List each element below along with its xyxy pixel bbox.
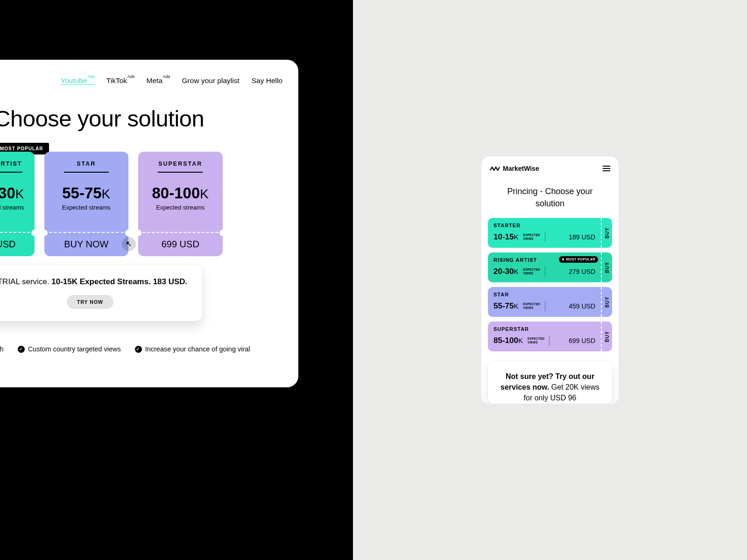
feature-text: Increase your chance of going viral	[145, 345, 250, 353]
nav-meta-label: Meta	[147, 77, 162, 84]
nav-youtube[interactable]: YoutubeAds	[61, 77, 94, 85]
plan-price: 279 USD	[569, 268, 595, 275]
plan-views: 55-75K	[493, 301, 519, 311]
plan-price: 699 USD	[138, 239, 223, 250]
buy-button[interactable]: BUY	[601, 218, 612, 248]
ads-sup: Ads	[163, 74, 170, 79]
buy-button[interactable]: BUY	[601, 287, 612, 317]
nav-meta[interactable]: MetaAds	[147, 77, 170, 85]
feature-text: Custom country targeted views	[28, 345, 121, 353]
try-now-button[interactable]: TRY NOW	[67, 295, 113, 309]
brand-logo[interactable]: MarketWise	[490, 165, 539, 172]
buy-button[interactable]: BUY	[601, 252, 612, 282]
expected-label: EXPECTEDVIEWS	[523, 233, 540, 240]
plan-price: 459 USD	[569, 302, 595, 310]
plan-views: 10-15K	[493, 232, 519, 242]
mobile-plan-card[interactable]: MOST POPULARRISING ARTIST20-30KEXPECTEDV…	[488, 252, 612, 282]
plan-name: SUPERSTAR	[493, 326, 595, 332]
plan-views: 55-75K	[44, 184, 129, 202]
expected-label: EXPECTEDVIEWS	[528, 337, 544, 343]
plan-name: STARTER	[493, 223, 595, 228]
cursor-icon	[122, 237, 136, 251]
trial-text: r TRIAL service. 10-15K Expected Streams…	[0, 277, 188, 287]
expected-label: EXPECTEDVIEWS	[523, 268, 540, 274]
plan-views: 85-100K	[493, 336, 523, 345]
feature-partial: owth	[0, 345, 4, 353]
main-nav: YoutubeAds TikTokAds MetaAds Grow your p…	[61, 77, 282, 85]
brand-name: MarketWise	[503, 165, 539, 172]
most-popular-pill: MOST POPULAR	[559, 256, 598, 263]
plan-name: SUPERSTAR	[138, 152, 223, 167]
plan-price: 699 USD	[569, 337, 595, 344]
mobile-plan-list: STARTER10-15KEXPECTEDVIEWS189 USDBUYMOST…	[481, 210, 619, 351]
nav-tiktok[interactable]: TikTokAds	[106, 77, 134, 85]
plan-views: 20-30K	[493, 267, 519, 276]
ads-sup: Ads	[127, 74, 135, 79]
check-icon	[135, 346, 142, 353]
page-title: Choose your solution	[0, 105, 204, 132]
feature-row: owth Custom country targeted views Incre…	[0, 345, 250, 353]
plan-sub: Expected streams	[138, 204, 223, 211]
nav-youtube-label: Youtube	[61, 77, 87, 84]
buy-button[interactable]: BUY	[601, 322, 612, 351]
mobile-title: Princing - Choose your solution	[481, 172, 619, 210]
mobile-plan-card[interactable]: STAR55-75KEXPECTEDVIEWS459 USDBUY	[488, 287, 612, 317]
plan-card-superstar[interactable]: SUPERSTAR 80-100K Expected streams 699 U…	[138, 152, 223, 256]
plan-views: 0-30K	[0, 184, 35, 202]
plan-views: 80-100K	[138, 184, 223, 202]
mobile-plan-card[interactable]: STARTER10-15KEXPECTEDVIEWS189 USDBUY	[488, 218, 612, 248]
ads-sup: Ads	[87, 74, 95, 79]
plan-cards-row: SING ARTIST 0-30K xpected streams 279 US…	[0, 152, 223, 256]
plan-price: 279 USD	[0, 239, 35, 250]
nav-grow[interactable]: Grow your playlist	[182, 77, 240, 85]
nav-tiktok-label: TikTok	[106, 77, 127, 84]
mobile-plan-card[interactable]: SUPERSTAR85-100KEXPECTEDVIEWS699 USDBUY	[488, 322, 612, 351]
desktop-pricing-window: YoutubeAds TikTokAds MetaAds Grow your p…	[0, 60, 298, 387]
plan-sub: xpected streams	[0, 204, 35, 211]
expected-label: EXPECTEDVIEWS	[523, 302, 540, 309]
logo-icon	[490, 166, 500, 171]
plan-name: STAR	[44, 152, 129, 167]
check-icon	[18, 346, 25, 353]
plan-sub: Expected streams	[44, 204, 129, 211]
plan-name: STAR	[493, 292, 595, 297]
nav-hello[interactable]: Say Hello	[252, 77, 282, 85]
plan-name: SING ARTIST	[0, 152, 35, 167]
buy-now-label[interactable]: BUY NOW	[44, 239, 129, 250]
menu-icon[interactable]	[603, 166, 610, 171]
plan-card-star[interactable]: STAR 55-75K Expected streams BUY NOW	[44, 152, 129, 256]
mobile-pricing-screen: MarketWise Princing - Choose your soluti…	[481, 156, 619, 404]
plan-price: 189 USD	[569, 233, 595, 241]
trial-callout: r TRIAL service. 10-15K Expected Streams…	[0, 265, 202, 321]
mobile-trial-callout: Not sure yet? Try out our services now. …	[488, 362, 612, 404]
plan-card-rising[interactable]: SING ARTIST 0-30K xpected streams 279 US…	[0, 152, 35, 256]
